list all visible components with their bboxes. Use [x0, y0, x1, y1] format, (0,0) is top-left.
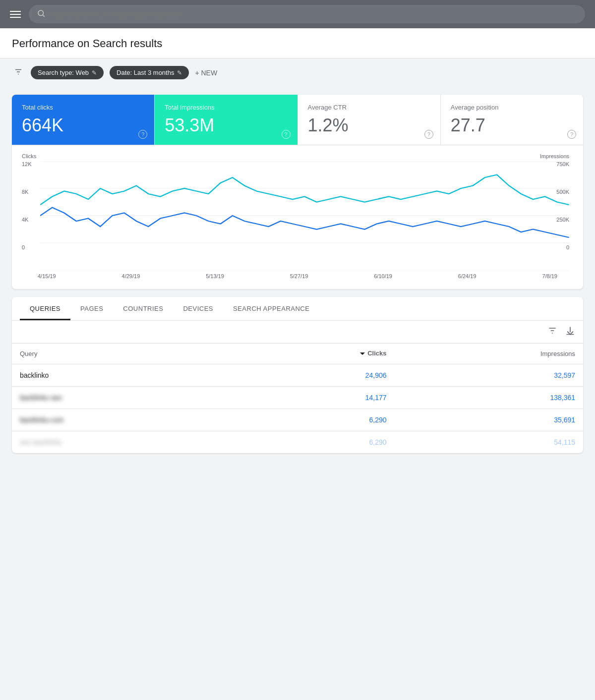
menu-icon[interactable] [10, 11, 21, 18]
edit-icon-date: ✎ [177, 69, 182, 76]
tab-countries[interactable]: COUNTRIES [113, 297, 173, 320]
impressions-cell-2: 35,691 [395, 408, 583, 431]
stats-card: Total clicks 664K ? Total impressions 53… [12, 95, 583, 289]
svg-line-1 [43, 15, 44, 16]
download-button[interactable] [565, 326, 575, 338]
x-label-6: 7/8/19 [542, 273, 557, 279]
help-icon-clicks[interactable]: ? [138, 130, 147, 139]
help-icon-impressions[interactable]: ? [282, 130, 291, 139]
table-card: QUERIES PAGES COUNTRIES DEVICES SEARCH A… [12, 297, 583, 453]
x-label-2: 5/13/19 [206, 273, 224, 279]
chart-y-label-left: Clicks [22, 153, 36, 159]
chart-x-labels: 4/15/19 4/29/19 5/13/19 5/27/19 6/10/19 … [22, 273, 573, 279]
query-cell-2: backlinko.com [12, 408, 235, 431]
total-clicks-value: 664K [22, 115, 144, 136]
filter-icon-button[interactable] [12, 65, 25, 80]
y-left-8k: 8K [22, 189, 36, 195]
tab-search-appearance[interactable]: SEARCH APPEARANCE [223, 297, 319, 320]
col-impressions-label: Impressions [540, 350, 575, 357]
search-type-filter[interactable]: Search type: Web ✎ [31, 66, 104, 79]
clicks-cell-2: 6,290 [235, 408, 395, 431]
clicks-cell-0: 24,906 [235, 364, 395, 386]
table-controls [12, 321, 583, 344]
topbar [0, 0, 595, 28]
chart-y-label-right: Impressions [40, 153, 569, 159]
tab-queries[interactable]: QUERIES [20, 297, 70, 320]
x-label-5: 6/24/19 [458, 273, 476, 279]
table-row: backlinko seo 14,177 138,361 [12, 386, 583, 408]
table-row: backlinko.com 6,290 35,691 [12, 408, 583, 431]
impressions-cell-0: 32,597 [395, 364, 583, 386]
impressions-cell-1: 138,361 [395, 386, 583, 408]
help-icon-position[interactable]: ? [567, 130, 576, 139]
data-table: Query Clicks Impressions backlinko [12, 344, 583, 453]
y-left-4k: 4K [22, 217, 36, 223]
col-header-query[interactable]: Query [12, 344, 235, 364]
filter-table-button[interactable] [547, 326, 557, 338]
tabs: QUERIES PAGES COUNTRIES DEVICES SEARCH A… [12, 297, 583, 321]
average-position-label: Average position [451, 104, 573, 111]
average-ctr-label: Average CTR [308, 104, 430, 111]
stat-tile-total-clicks[interactable]: Total clicks 664K ? [12, 95, 155, 145]
stat-tile-total-impressions[interactable]: Total impressions 53.3M ? [155, 95, 298, 145]
x-label-3: 5/27/19 [290, 273, 308, 279]
chart-area: Clicks 12K 8K 4K 0 Impressions 750K 500K… [12, 145, 583, 289]
col-clicks-label: Clicks [367, 350, 386, 357]
stat-tile-average-position[interactable]: Average position 27.7 ? [441, 95, 583, 145]
table-header-row: Query Clicks Impressions [12, 344, 583, 364]
total-impressions-label: Total impressions [165, 104, 287, 111]
search-icon [37, 9, 46, 19]
y-left-0: 0 [22, 244, 36, 250]
search-bar[interactable] [29, 5, 585, 23]
total-clicks-label: Total clicks [22, 104, 144, 111]
date-filter[interactable]: Date: Last 3 months ✎ [110, 66, 189, 79]
average-ctr-value: 1.2% [308, 115, 430, 136]
average-position-value: 27.7 [451, 115, 573, 136]
x-label-1: 4/29/19 [122, 273, 140, 279]
page-title-bar: Performance on Search results [0, 28, 595, 58]
tab-devices[interactable]: DEVICES [173, 297, 223, 320]
svg-point-0 [38, 10, 44, 16]
clicks-cell-3: 6,290 [235, 431, 395, 453]
clicks-cell-1: 14,177 [235, 386, 395, 408]
sort-indicator: Clicks [359, 350, 386, 357]
impressions-cell-3: 54,115 [395, 431, 583, 453]
x-label-0: 4/15/19 [38, 273, 56, 279]
table-row: seo backlinko 6,290 54,115 [12, 431, 583, 453]
edit-icon: ✎ [92, 69, 97, 76]
col-header-clicks[interactable]: Clicks [235, 344, 395, 364]
x-label-4: 6/10/19 [374, 273, 392, 279]
table-row: backlinko 24,906 32,597 [12, 364, 583, 386]
tab-pages[interactable]: PAGES [70, 297, 113, 320]
stats-tiles: Total clicks 664K ? Total impressions 53… [12, 95, 583, 145]
main-content: Total clicks 664K ? Total impressions 53… [0, 87, 595, 461]
query-cell-3: seo backlinko [12, 431, 235, 453]
chart-svg [40, 161, 569, 270]
new-button[interactable]: + NEW [195, 69, 217, 77]
total-impressions-value: 53.3M [165, 115, 287, 136]
help-icon-ctr[interactable]: ? [424, 130, 433, 139]
y-left-12k: 12K [22, 161, 36, 167]
url-search-input[interactable] [51, 10, 577, 18]
page-title: Performance on Search results [12, 37, 583, 50]
col-header-impressions[interactable]: Impressions [395, 344, 583, 364]
col-query-label: Query [20, 350, 37, 357]
stat-tile-average-ctr[interactable]: Average CTR 1.2% ? [298, 95, 441, 145]
chart-container [40, 161, 569, 270]
query-cell-1: backlinko seo [12, 386, 235, 408]
filter-bar: Search type: Web ✎ Date: Last 3 months ✎… [0, 58, 595, 87]
query-cell-0: backlinko [12, 364, 235, 386]
